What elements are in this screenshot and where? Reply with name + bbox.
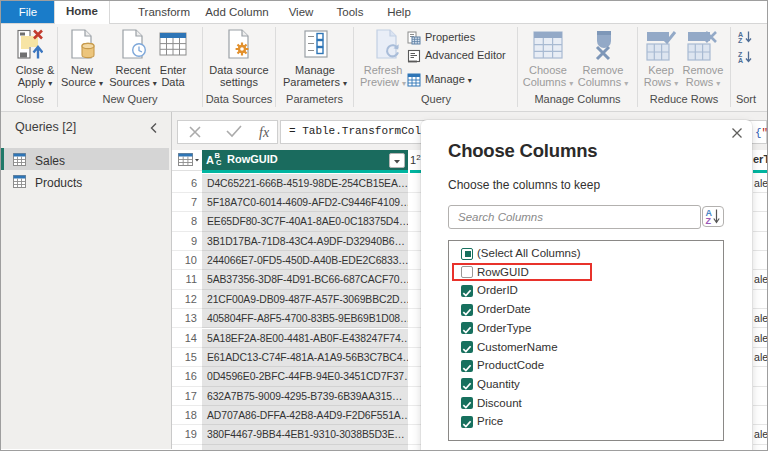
svg-text:Z: Z	[706, 216, 712, 226]
svg-text:A: A	[738, 57, 743, 64]
svg-text:fx: fx	[259, 125, 270, 140]
svg-text:Z: Z	[738, 37, 743, 44]
